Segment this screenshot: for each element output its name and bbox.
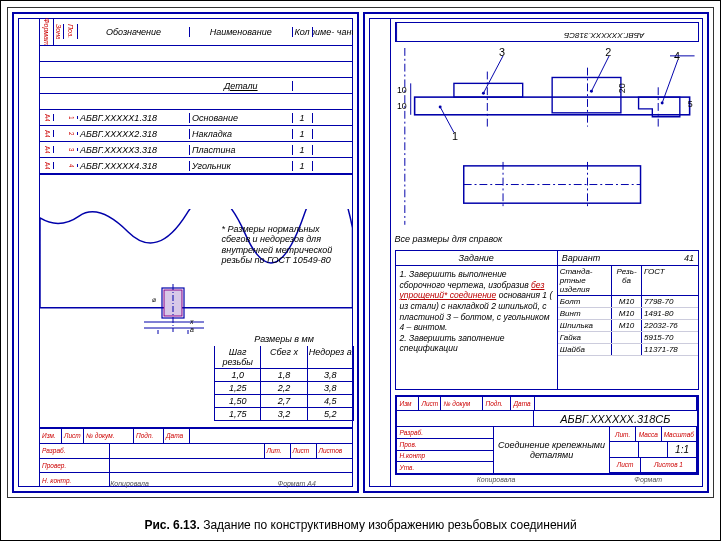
spec-row-blank xyxy=(40,62,353,78)
section-title: Детали xyxy=(190,81,293,91)
svg-line-14 xyxy=(591,56,609,91)
variant-row: Вариант 41 xyxy=(558,251,698,266)
task-block: Задание 1. Завершить выполнение сборочно… xyxy=(395,250,700,390)
drawing-name: Соединение крепежными деталями xyxy=(494,427,611,473)
std-row: БолтМ107798-70 xyxy=(558,296,698,308)
std-row: ВинтМ101491-80 xyxy=(558,308,698,320)
svg-line-24 xyxy=(440,107,454,133)
spec-row: А4 3 АБВГ.ХХХХХ3.318 Пластина 1 xyxy=(40,142,353,158)
task-right: Вариант 41 Станда- ртные изделия Резь- б… xyxy=(558,251,698,389)
svg-line-11 xyxy=(483,56,503,93)
sizes-row: 1,502,74,5 xyxy=(214,395,354,408)
std-parts-table: Станда- ртные изделия Резь- ба ГОСТ Болт… xyxy=(558,266,698,389)
tb2-right-grid: Лит.МассаМасштаб 1:1 ЛистЛистов 1 xyxy=(610,427,697,473)
svg-text:1: 1 xyxy=(451,130,457,142)
sizes-header: Шаг резьбы Сбег x Недорез a xyxy=(214,346,354,369)
spec-header-row: Формат Зона Поз. Обозначение Наименовани… xyxy=(40,18,353,46)
thread-detail-drawing: ⌀ x a xyxy=(144,284,204,334)
col-qty: Кол xyxy=(293,27,313,37)
sizes-row: 1,753,25,2 xyxy=(214,408,354,421)
title-block-left: Изм. Лист № докум. Подп. Дата Разраб. Ли… xyxy=(40,427,353,487)
upside-code: АБВГ.ХХХХХХ.318СБ xyxy=(510,23,698,41)
svg-text:3: 3 xyxy=(499,48,505,58)
drawing-code: АБВГ.ХХХХХХ.318СБ xyxy=(534,411,697,426)
spec-row-section: Детали xyxy=(40,78,353,94)
std-header: Станда- ртные изделия Резь- ба ГОСТ xyxy=(558,266,698,296)
col-pos: Поз. xyxy=(64,24,78,38)
all-sizes-note: Все размеры для справок xyxy=(395,234,503,244)
right-binding-strip xyxy=(369,18,391,487)
left-binding-strip xyxy=(18,18,40,487)
task-left: Задание 1. Завершить выполнение сборочно… xyxy=(396,251,558,389)
svg-point-15 xyxy=(589,90,592,93)
spec-row: А4 4 АБВГ.ХХХХХ4.318 Угольник 1 xyxy=(40,158,353,174)
tb2-code-row: АБВГ.ХХХХХХ.318СБ xyxy=(397,411,698,427)
svg-text:5: 5 xyxy=(687,99,692,109)
spec-row-blank xyxy=(40,46,353,62)
col-name: Наименование xyxy=(190,27,293,37)
tb2-signers: Разраб. Пров. Н.контр Утв. xyxy=(397,427,494,473)
tb2-main: Разраб. Пров. Н.контр Утв. Соединение кр… xyxy=(397,427,698,473)
svg-text:x: x xyxy=(189,318,194,325)
sizes-row: 1,01,83,8 xyxy=(214,369,354,382)
task-body: 1. Завершить выполнение сборочного черте… xyxy=(396,266,557,389)
svg-point-12 xyxy=(481,92,484,95)
sizes-row: 1,252,23,8 xyxy=(214,382,354,395)
spec-row: А4 1 АБВГ.ХХХХХ1.318 Основание 1 xyxy=(40,110,353,126)
svg-rect-21 xyxy=(453,83,522,97)
spec-row: А4 2 АБВГ.ХХХХХ2.318 Накладка 1 xyxy=(40,126,353,142)
task-header: Задание xyxy=(396,251,557,266)
col-format: Формат xyxy=(40,18,54,46)
spec-row-blank xyxy=(40,94,353,110)
sheet-specification: Формат Зона Поз. Обозначение Наименовани… xyxy=(12,12,359,493)
std-row: Шайба11371-78 xyxy=(558,344,698,356)
sizes-title: Размеры в мм xyxy=(214,334,354,344)
svg-text:2: 2 xyxy=(605,48,611,58)
page: Формат Зона Поз. Обозначение Наименовани… xyxy=(0,0,721,541)
svg-point-25 xyxy=(438,105,441,108)
figure-caption: Рис. 6.13. Задание по конструктивному из… xyxy=(1,518,720,532)
std-row: ШпилькаМ1022032-76 xyxy=(558,320,698,332)
thread-note: * Размеры нормальных сбегов и недорезов … xyxy=(222,224,337,265)
svg-text:a: a xyxy=(190,326,194,333)
std-row: Гайка5915-70 xyxy=(558,332,698,344)
svg-point-18 xyxy=(660,102,663,105)
caption-fignum: Рис. 6.13. xyxy=(144,518,199,532)
svg-text:⌀: ⌀ xyxy=(152,296,156,303)
sizes-table: Размеры в мм Шаг резьбы Сбег x Недорез a… xyxy=(214,334,354,421)
caption-text: Задание по конструктивному изображению р… xyxy=(203,518,576,532)
sheets-container: Формат Зона Поз. Обозначение Наименовани… xyxy=(7,7,714,498)
title-block-right: Изм Лист № докум Подп. Дата АБВГ.ХХХХХХ.… xyxy=(395,395,700,475)
footer-right: Копировала Формат xyxy=(395,476,700,487)
svg-text:10: 10 xyxy=(396,101,406,111)
col-designation: Обозначение xyxy=(78,27,190,37)
svg-text:20: 20 xyxy=(616,83,626,93)
svg-text:10: 10 xyxy=(396,85,406,95)
spec-table: Формат Зона Поз. Обозначение Наименовани… xyxy=(40,18,353,175)
upside-down-code-field: АБВГ.ХХХХХХ.318СБ xyxy=(395,22,700,42)
sheet-assembly: АБВГ.ХХХХХХ.318СБ 3 2 4 xyxy=(363,12,710,493)
scale: 1:1 xyxy=(668,442,697,456)
tb2-top: Изм Лист № докум Подп. Дата xyxy=(397,397,698,411)
col-zone: Зона xyxy=(54,24,64,40)
footer-left: Копировала Формат А4 xyxy=(18,480,353,492)
assembly-drawing: 3 2 4 xyxy=(395,48,700,228)
svg-rect-22 xyxy=(552,77,621,112)
col-note: Приме- чание xyxy=(313,27,353,37)
